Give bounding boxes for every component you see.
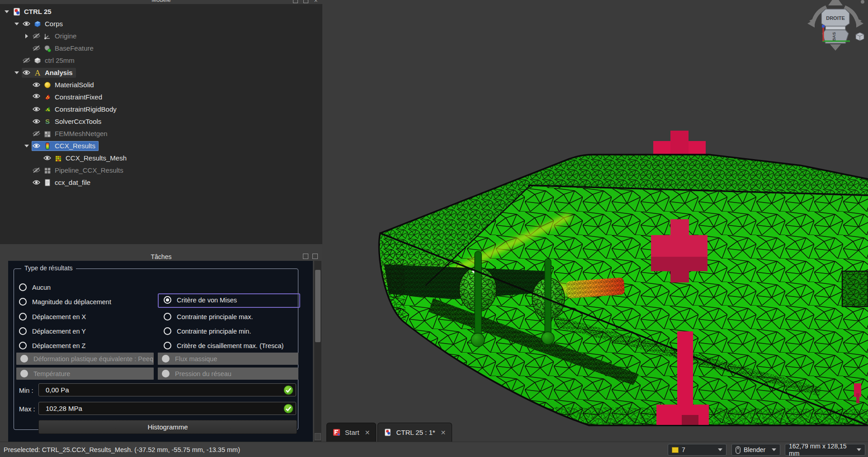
overlay-color-combo[interactable]: 7: [668, 444, 726, 456]
tab-document-close-icon[interactable]: ✕: [441, 429, 446, 436]
tree-item-ccx-results-mesh[interactable]: CCX_Results_Mesh: [0, 152, 322, 164]
radio-contrainte-principale-max[interactable]: Contrainte principale max.: [164, 311, 253, 323]
radio-circle-icon: [19, 313, 27, 320]
tree-item-corps[interactable]: Corps: [0, 18, 322, 30]
radio-circle-icon: [20, 355, 28, 363]
radio-tresca[interactable]: Critère de cisaillement max. (Tresca): [164, 339, 283, 352]
visibility-eye-icon[interactable]: [23, 70, 30, 75]
valid-check-icon: [283, 404, 293, 414]
mini-cube-icon[interactable]: [856, 33, 864, 41]
visibility-eye-icon[interactable]: [33, 118, 40, 124]
3d-viewport[interactable]: DROITE BAS Start ✕: [322, 0, 868, 442]
result-type-task-dialog: Type de résultats Aucun Magnitude du dép…: [8, 261, 313, 442]
tree-item-ccx-results[interactable]: CCX_Results: [0, 140, 322, 152]
navigation-cube[interactable]: DROITE BAS: [806, 0, 865, 53]
tree-item-label: CCX_Results_Mesh: [66, 154, 127, 162]
radio-von-mises[interactable]: Critère de von Mises: [164, 294, 237, 306]
radio-deplacement-z[interactable]: Déplacement en Z: [19, 339, 85, 352]
tree-item-materialsolid[interactable]: MaterialSolid: [0, 79, 322, 91]
model-panel-titlebar[interactable]: Modèle ✕: [0, 0, 322, 4]
tree-item-constraintrigidbody[interactable]: ConstraintRigidBody: [0, 103, 322, 115]
expand-arrow-icon[interactable]: [12, 71, 22, 74]
radio-label: Contrainte principale max.: [177, 313, 253, 320]
radio-label: Déplacement en X: [32, 313, 86, 320]
max-value-field[interactable]: 102,28 MPa: [38, 402, 296, 415]
visibility-hidden-eye-icon[interactable]: [23, 57, 30, 63]
min-value-field[interactable]: 0,00 Pa: [38, 383, 296, 396]
tree-item-solverccxtools[interactable]: S SolverCcxTools: [0, 115, 322, 127]
tree-item-constraintfixed[interactable]: ConstraintFixed: [0, 91, 322, 103]
expand-arrow-icon[interactable]: [22, 145, 32, 147]
tab-start[interactable]: Start ✕: [326, 423, 376, 442]
radio-deplacement-y[interactable]: Déplacement en Y: [19, 325, 86, 337]
tree-item-analysis[interactable]: A Analysis: [0, 66, 322, 79]
panel-float-icon[interactable]: [293, 0, 298, 3]
panel-close-icon[interactable]: ✕: [314, 0, 319, 3]
visibility-eye-icon[interactable]: [33, 82, 40, 88]
expand-arrow-icon[interactable]: [12, 23, 22, 25]
navcube-down-arrow[interactable]: [830, 44, 841, 51]
expand-arrow-icon[interactable]: [2, 10, 12, 13]
pipeline-icon: [43, 166, 52, 174]
view-dimension-combo[interactable]: 162,79 mm x 128,15 mm: [785, 444, 865, 456]
navcube-body[interactable]: DROITE BAS: [821, 9, 849, 43]
visibility-eye-icon[interactable]: [33, 143, 40, 149]
collapse-arrow-icon[interactable]: [22, 34, 32, 38]
panel-undock-icon[interactable]: [312, 254, 318, 259]
tree-item-label: FEMMeshNetgen: [55, 130, 108, 137]
radio-circle-icon: [162, 370, 170, 377]
navcube-bottom-face-label: BAS: [831, 32, 836, 41]
model-panel: Modèle ✕ CTRL 25: [0, 0, 322, 244]
tree-item-pipeline-ccx-results[interactable]: Pipeline_CCX_Results: [0, 164, 322, 176]
freecad-window: { "model_panel": { "title": "Modèle", "i…: [0, 0, 868, 457]
tree-item-basefeature[interactable]: BaseFeature: [0, 42, 322, 54]
result-mesh-icon: [54, 154, 62, 162]
scrollbar-thumb[interactable]: [315, 270, 321, 342]
panel-float-icon[interactable]: [303, 254, 308, 259]
tree-item-origine[interactable]: Origine: [0, 30, 322, 42]
radio-circle-icon: [164, 313, 171, 320]
tree-item-ctrl-25mm[interactable]: ctrl 25mm: [0, 54, 322, 66]
visibility-eye-icon[interactable]: [33, 179, 40, 185]
tree-item-ccx-dat-file[interactable]: ccx_dat_file: [0, 176, 322, 188]
navcube-up-arrow[interactable]: [828, 0, 843, 5]
analysis-icon: A: [33, 69, 42, 77]
radio-magnitude-deplacement[interactable]: Magnitude du déplacement: [19, 296, 111, 308]
body-icon: [33, 20, 42, 28]
radio-contrainte-principale-min[interactable]: Contrainte principale min.: [164, 325, 251, 337]
visibility-eye-icon[interactable]: [33, 93, 40, 101]
tasks-panel-titlebar[interactable]: Tâches: [0, 252, 322, 261]
panel-dock-icon[interactable]: [303, 0, 308, 3]
tab-document[interactable]: CTRL 25 : 1* ✕: [377, 423, 452, 442]
radio-deplacement-x[interactable]: Déplacement en X: [19, 311, 86, 323]
radio-circle-icon: [164, 327, 171, 335]
visibility-hidden-eye-icon[interactable]: [33, 167, 40, 173]
histogram-button[interactable]: Histogramme: [38, 420, 297, 434]
view-dimension-value: 162,79 mm x 128,15 mm: [789, 443, 854, 457]
scrollbar-down-button[interactable]: [315, 433, 321, 440]
tree-item-ctrl-25[interactable]: CTRL 25: [0, 5, 322, 18]
chevron-down-icon: [718, 448, 722, 451]
radio-label: Déformation plastique équivalente : Peeq: [33, 355, 153, 363]
chevron-down-icon: [857, 448, 861, 451]
tree-item-label: CCX_Results: [55, 142, 95, 150]
visibility-eye-icon[interactable]: [43, 155, 51, 161]
max-label: Max :: [19, 405, 35, 413]
visibility-eye-icon[interactable]: [23, 21, 30, 27]
radio-peeq-disabled: Déformation plastique équivalente : Peeq: [16, 353, 154, 365]
radio-circle-icon: [164, 342, 171, 349]
visibility-hidden-eye-icon[interactable]: [33, 45, 40, 51]
tasks-scrollbar[interactable]: [314, 261, 321, 442]
svg-text:S: S: [45, 118, 50, 125]
visibility-eye-icon[interactable]: [33, 106, 40, 112]
fem-result-mesh-render: [322, 0, 868, 442]
radio-aucun[interactable]: Aucun: [19, 281, 51, 293]
visibility-hidden-eye-icon[interactable]: [33, 33, 40, 39]
navigation-style-combo[interactable]: Blender: [731, 444, 780, 456]
visibility-hidden-eye-icon[interactable]: [33, 131, 40, 137]
solver-icon: S: [43, 118, 52, 126]
tree-item-femmeshnetgen[interactable]: FEMMeshNetgen: [0, 127, 322, 140]
groupbox-legend: Type de résultats: [21, 264, 76, 272]
tab-start-close-icon[interactable]: ✕: [365, 429, 370, 436]
tree-item-label: ConstraintFixed: [55, 93, 102, 101]
